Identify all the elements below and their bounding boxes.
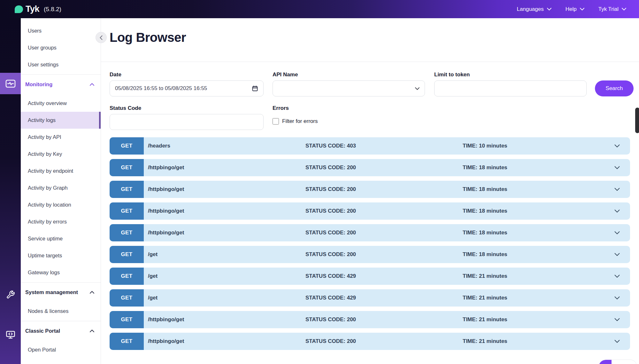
log-status: STATUS CODE: 200 bbox=[305, 311, 356, 328]
scrollbar-thumb[interactable] bbox=[635, 108, 639, 133]
brand[interactable]: Tyk (5.8.2) bbox=[15, 4, 61, 14]
sidebar-item-user-settings[interactable]: User settings bbox=[21, 56, 101, 73]
date-range-input[interactable]: 05/08/2025 16:55 to 05/08/2025 16:55 bbox=[110, 80, 264, 96]
sidebar-item-activity-by-key[interactable]: Activity by Key bbox=[21, 146, 101, 163]
sidebar-item-label: User groups bbox=[28, 45, 57, 51]
sidebar-divider bbox=[21, 74, 101, 75]
method-badge: GET bbox=[110, 333, 144, 350]
sidebar-item-activity-overview[interactable]: Activity overview bbox=[21, 95, 101, 112]
sidebar-collapse-button[interactable] bbox=[96, 32, 107, 43]
log-time: TIME: 18 minutes bbox=[463, 246, 507, 263]
chevron-down-icon[interactable] bbox=[614, 318, 620, 321]
divider bbox=[101, 62, 639, 62]
log-row[interactable]: GET/httpbingo/getSTATUS CODE: 200TIME: 1… bbox=[110, 224, 630, 241]
sidebar-item-service-uptime[interactable]: Service uptime bbox=[21, 230, 101, 247]
log-row[interactable]: GET/httpbingo/getSTATUS CODE: 200TIME: 1… bbox=[110, 159, 630, 176]
log-status: STATUS CODE: 200 bbox=[305, 181, 356, 198]
menu-help[interactable]: Help bbox=[566, 6, 584, 12]
log-row[interactable]: GET/headersSTATUS CODE: 403TIME: 10 minu… bbox=[110, 137, 630, 155]
sidebar-item-open-portal[interactable]: Open Portal bbox=[21, 341, 101, 358]
icon-rail bbox=[0, 18, 21, 364]
sidebar-section-system-management[interactable]: System management bbox=[21, 284, 101, 301]
method-badge: GET bbox=[110, 289, 144, 307]
chevron-up-icon bbox=[90, 83, 94, 86]
log-row[interactable]: GET/httpbingo/getSTATUS CODE: 200TIME: 2… bbox=[110, 311, 630, 328]
log-time: TIME: 21 minutes bbox=[463, 311, 507, 328]
rail-system-button[interactable] bbox=[0, 284, 21, 305]
sidebar-item-label: Activity by endpoint bbox=[28, 168, 73, 174]
sidebar-section-monitoring[interactable]: Monitoring bbox=[21, 76, 101, 93]
menu-label: Tyk Trial bbox=[598, 6, 619, 12]
menu-languages[interactable]: Languages bbox=[517, 6, 551, 12]
sidebar-item-activity-by-api[interactable]: Activity by API bbox=[21, 129, 101, 146]
log-time: TIME: 18 minutes bbox=[463, 159, 507, 176]
sidebar-item-gateway-logs[interactable]: Gateway logs bbox=[21, 264, 101, 281]
log-row[interactable]: GET/getSTATUS CODE: 429TIME: 21 minutes bbox=[110, 268, 630, 285]
menu-tyk-trial[interactable]: Tyk Trial bbox=[598, 6, 626, 12]
api-name-select[interactable] bbox=[273, 80, 425, 96]
sidebar-item-activity-by-location[interactable]: Activity by location bbox=[21, 196, 101, 213]
sidebar-item-uptime-targets[interactable]: Uptime targets bbox=[21, 247, 101, 264]
sidebar-item-activity-logs[interactable]: Activity logs bbox=[21, 112, 101, 129]
chevron-down-icon[interactable] bbox=[614, 296, 620, 300]
monitor-code-icon bbox=[6, 330, 15, 339]
sidebar-section-classic-portal[interactable]: Classic Portal bbox=[21, 322, 101, 339]
floating-widget-button[interactable] bbox=[598, 360, 637, 364]
status-code-input[interactable] bbox=[110, 114, 264, 130]
log-row[interactable]: GET/getSTATUS CODE: 429TIME: 21 minutes bbox=[110, 289, 630, 307]
filter-for-errors-checkbox[interactable] bbox=[273, 118, 279, 125]
log-time: TIME: 18 minutes bbox=[463, 224, 507, 241]
chevron-down-icon[interactable] bbox=[614, 209, 620, 213]
method-badge: GET bbox=[110, 311, 144, 328]
log-status: STATUS CODE: 200 bbox=[305, 159, 356, 176]
limit-to-token-label: Limit to token bbox=[434, 72, 470, 78]
chevron-down-icon[interactable] bbox=[614, 253, 620, 256]
sidebar-item-label: Users bbox=[28, 28, 42, 34]
rail-monitoring-button[interactable] bbox=[0, 73, 21, 94]
sidebar-item-users[interactable]: Users bbox=[21, 22, 101, 39]
log-row[interactable]: GET/httpbingo/getSTATUS CODE: 200TIME: 1… bbox=[110, 181, 630, 198]
method-badge: GET bbox=[110, 246, 144, 263]
sidebar-item-nodes-licenses[interactable]: Nodes & licenses bbox=[21, 303, 101, 320]
sidebar-item-user-groups[interactable]: User groups bbox=[21, 39, 101, 56]
sidebar-item-label: Uptime targets bbox=[28, 253, 62, 259]
sidebar-item-activity-by-graph[interactable]: Activity by Graph bbox=[21, 179, 101, 196]
limit-to-token-input[interactable] bbox=[434, 80, 587, 96]
chevron-down-icon[interactable] bbox=[614, 231, 620, 234]
main-content: Log Browser Date API Name Limit to token… bbox=[101, 18, 639, 364]
log-path: /httpbingo/get bbox=[148, 202, 184, 220]
search-button[interactable]: Search bbox=[595, 80, 634, 96]
tyk-logo-icon bbox=[15, 5, 23, 13]
log-list: GET/headersSTATUS CODE: 403TIME: 10 minu… bbox=[110, 137, 630, 354]
chevron-down-icon[interactable] bbox=[614, 340, 620, 343]
log-row[interactable]: GET/httpbingo/getSTATUS CODE: 200TIME: 2… bbox=[110, 333, 630, 350]
sidebar-item-label: Gateway logs bbox=[28, 269, 60, 276]
chevron-down-icon[interactable] bbox=[614, 275, 620, 278]
calendar-icon[interactable] bbox=[252, 85, 258, 92]
filter-for-errors-label[interactable]: Filter for errors bbox=[282, 118, 318, 125]
chevron-down-icon bbox=[622, 8, 626, 11]
sidebar-item-label: Activity logs bbox=[28, 117, 56, 123]
date-label: Date bbox=[110, 72, 121, 78]
chevron-left-icon bbox=[100, 35, 103, 40]
sidebar-item-activity-by-endpoint[interactable]: Activity by endpoint bbox=[21, 163, 101, 179]
sidebar-item-label: Classic Portal bbox=[25, 328, 60, 334]
log-path: /httpbingo/get bbox=[148, 333, 184, 350]
log-status: STATUS CODE: 200 bbox=[305, 333, 356, 350]
log-path: /get bbox=[148, 289, 158, 307]
top-bar: Tyk (5.8.2) Languages Help Tyk Trial bbox=[0, 0, 639, 18]
sidebar-item-activity-by-errors[interactable]: Activity by errors bbox=[21, 213, 101, 230]
log-path: /httpbingo/get bbox=[148, 159, 184, 176]
log-path: /httpbingo/get bbox=[148, 181, 184, 198]
chevron-down-icon[interactable] bbox=[614, 166, 620, 169]
rail-portal-button[interactable] bbox=[0, 324, 21, 345]
chevron-up-icon bbox=[90, 291, 94, 294]
log-row[interactable]: GET/getSTATUS CODE: 200TIME: 18 minutes bbox=[110, 246, 630, 263]
sidebar-divider bbox=[21, 321, 101, 321]
log-status: STATUS CODE: 429 bbox=[305, 268, 356, 285]
log-time: TIME: 21 minutes bbox=[463, 333, 507, 350]
log-row[interactable]: GET/httpbingo/getSTATUS CODE: 200TIME: 1… bbox=[110, 202, 630, 220]
method-badge: GET bbox=[110, 224, 144, 241]
chevron-down-icon[interactable] bbox=[614, 188, 620, 191]
chevron-down-icon[interactable] bbox=[614, 144, 620, 148]
